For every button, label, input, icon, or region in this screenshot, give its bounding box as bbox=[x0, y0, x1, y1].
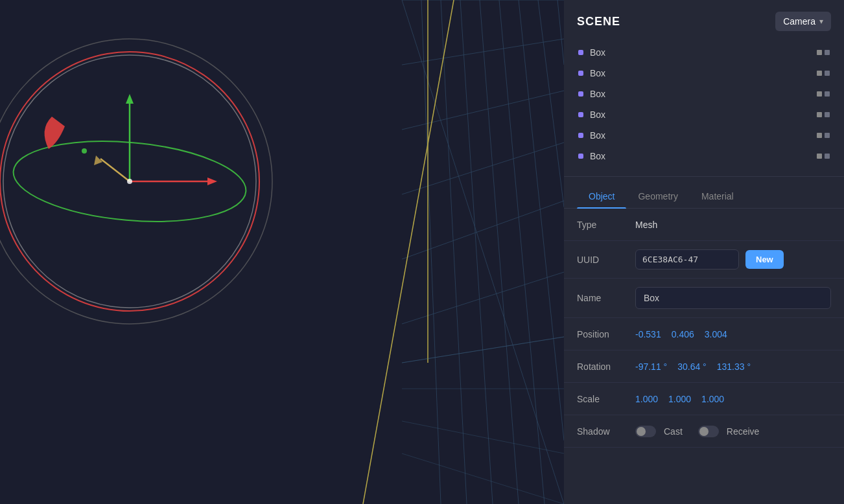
item-label: Box bbox=[590, 151, 810, 161]
rotation-x[interactable]: -97.11 ° bbox=[635, 361, 667, 372]
tab-geometry[interactable]: Geometry bbox=[626, 185, 689, 208]
rotation-label: Rotation bbox=[577, 361, 635, 372]
svg-point-33 bbox=[127, 179, 132, 184]
position-label: Position bbox=[577, 329, 635, 339]
position-z[interactable]: 3.004 bbox=[705, 329, 727, 339]
chevron-down-icon: ▾ bbox=[819, 17, 823, 26]
vis-icon bbox=[817, 154, 822, 159]
name-label: Name bbox=[577, 293, 635, 303]
type-row: Type Mesh bbox=[564, 209, 844, 241]
position-row: Position -0.531 0.406 3.004 bbox=[564, 318, 844, 350]
vis-icon bbox=[817, 50, 822, 55]
shadow-row: Shadow Cast Receive bbox=[564, 415, 844, 448]
scene-header: SCENE Camera ▾ bbox=[564, 0, 844, 40]
receive-label: Receive bbox=[727, 426, 760, 437]
rotation-values: -97.11 ° 30.64 ° 131.33 ° bbox=[635, 361, 831, 372]
scale-z[interactable]: 1.000 bbox=[701, 394, 724, 404]
item-icons bbox=[817, 154, 830, 159]
position-x[interactable]: -0.531 bbox=[635, 329, 661, 339]
vis-icon bbox=[817, 112, 822, 117]
viewport-canvas bbox=[0, 0, 564, 504]
rotation-z[interactable]: 131.33 ° bbox=[717, 361, 751, 372]
rotation-row: Rotation -97.11 ° 30.64 ° 131.33 ° bbox=[564, 350, 844, 383]
scale-y[interactable]: 1.000 bbox=[668, 394, 691, 404]
rotation-y[interactable]: 30.64 ° bbox=[677, 361, 707, 372]
item-label: Box bbox=[590, 47, 810, 58]
position-y[interactable]: 0.406 bbox=[672, 329, 694, 339]
vis-icon bbox=[817, 91, 822, 97]
item-label: Box bbox=[590, 109, 810, 120]
item-dot bbox=[578, 133, 583, 138]
3d-viewport[interactable] bbox=[0, 0, 564, 504]
item-icons bbox=[817, 112, 830, 117]
name-input[interactable] bbox=[635, 287, 831, 309]
type-label: Type bbox=[577, 220, 635, 230]
item-label: Box bbox=[590, 130, 810, 141]
item-dot bbox=[578, 50, 583, 55]
new-uuid-button[interactable]: New bbox=[745, 250, 784, 269]
property-tabs: Object Geometry Material bbox=[564, 179, 844, 209]
shadow-label: Shadow bbox=[577, 426, 635, 437]
lock-icon bbox=[825, 71, 830, 76]
list-item[interactable]: Box bbox=[572, 84, 836, 104]
list-item[interactable]: Box bbox=[572, 146, 836, 166]
item-dot bbox=[578, 71, 583, 76]
tab-material[interactable]: Material bbox=[690, 185, 745, 208]
item-label: Box bbox=[590, 68, 810, 78]
lock-icon bbox=[825, 112, 830, 117]
item-dot bbox=[578, 91, 583, 97]
receive-toggle[interactable] bbox=[698, 426, 719, 437]
scale-x[interactable]: 1.000 bbox=[635, 394, 658, 404]
uuid-controls: New bbox=[635, 249, 831, 269]
item-dot bbox=[578, 154, 583, 159]
divider bbox=[564, 176, 844, 177]
position-values: -0.531 0.406 3.004 bbox=[635, 329, 831, 339]
list-item[interactable]: Box bbox=[572, 43, 836, 62]
right-panel: SCENE Camera ▾ Box Box Box bbox=[564, 0, 844, 504]
item-icons bbox=[817, 133, 830, 138]
properties-panel: Type Mesh UUID New Name Position -0.531 … bbox=[564, 209, 844, 504]
scene-list: Box Box Box Box bbox=[564, 40, 844, 174]
list-item[interactable]: Box bbox=[572, 63, 836, 83]
scale-row: Scale 1.000 1.000 1.000 bbox=[564, 383, 844, 415]
cast-label: Cast bbox=[664, 426, 683, 437]
list-item[interactable]: Box bbox=[572, 126, 836, 145]
shadow-controls: Cast Receive bbox=[635, 426, 831, 437]
vis-icon bbox=[817, 133, 822, 138]
camera-dropdown[interactable]: Camera ▾ bbox=[775, 12, 831, 31]
tab-object[interactable]: Object bbox=[577, 185, 626, 208]
item-icons bbox=[817, 50, 830, 55]
cast-toggle[interactable] bbox=[635, 426, 656, 437]
item-icons bbox=[817, 91, 830, 97]
item-icons bbox=[817, 71, 830, 76]
item-dot bbox=[578, 112, 583, 117]
lock-icon bbox=[825, 91, 830, 97]
scale-values: 1.000 1.000 1.000 bbox=[635, 394, 831, 404]
item-label: Box bbox=[590, 89, 810, 99]
name-row: Name bbox=[564, 279, 844, 318]
lock-icon bbox=[825, 50, 830, 55]
camera-label: Camera bbox=[783, 16, 815, 27]
uuid-label: UUID bbox=[577, 255, 635, 265]
uuid-input[interactable] bbox=[635, 249, 739, 269]
list-item[interactable]: Box bbox=[572, 105, 836, 124]
lock-icon bbox=[825, 154, 830, 159]
type-value: Mesh bbox=[635, 220, 831, 230]
lock-icon bbox=[825, 133, 830, 138]
scale-label: Scale bbox=[577, 394, 635, 404]
svg-rect-0 bbox=[0, 0, 564, 504]
scene-title: SCENE bbox=[577, 15, 620, 29]
uuid-row: UUID New bbox=[564, 241, 844, 279]
svg-point-34 bbox=[82, 148, 87, 154]
vis-icon bbox=[817, 71, 822, 76]
